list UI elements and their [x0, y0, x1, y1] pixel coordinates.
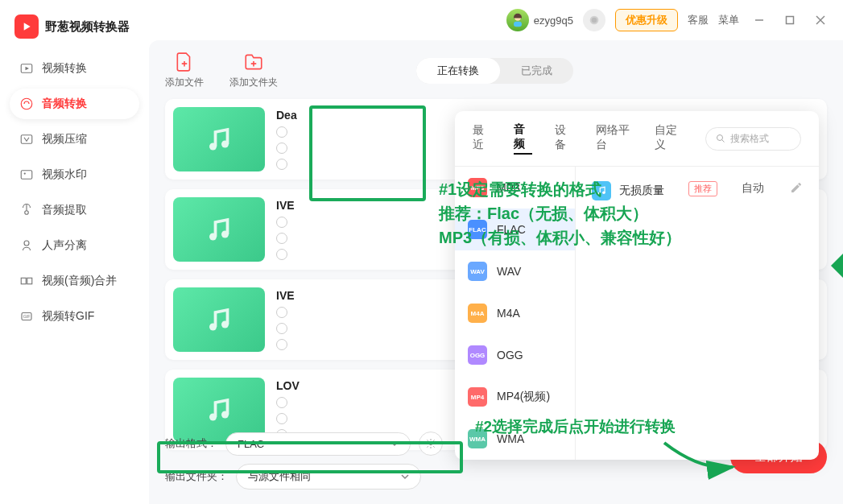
format-icon: WAV — [468, 262, 487, 281]
svg-point-28 — [221, 231, 229, 238]
output-folder-select[interactable]: 与源文件相同 — [236, 464, 421, 490]
app-title: 野葱视频转换器 — [45, 19, 130, 35]
output-format-label: 输出格式： — [165, 436, 217, 451]
recommend-badge: 推荐 — [688, 181, 717, 196]
nav-icon — [19, 238, 34, 253]
add-folder-button[interactable]: 添加文件夹 — [229, 52, 278, 89]
minimize-button[interactable] — [749, 10, 770, 31]
output-settings-button[interactable] — [419, 432, 443, 456]
nav-icon — [19, 274, 34, 288]
nav-icon — [19, 167, 34, 182]
info-icon — [276, 397, 287, 408]
file-add-icon — [174, 52, 195, 72]
svg-point-25 — [209, 143, 217, 151]
tab-done[interactable]: 已完成 — [500, 58, 573, 84]
info-icon — [276, 159, 287, 170]
username: ezyg9q5 — [534, 14, 573, 27]
popup-tab-custom[interactable]: 自定义 — [655, 123, 682, 154]
sidebar-item-0[interactable]: 视频转换 — [10, 53, 139, 84]
svg-point-14 — [24, 172, 26, 174]
popup-tab-recent[interactable]: 最近 — [473, 123, 491, 154]
svg-line-35 — [721, 140, 724, 143]
edit-quality-button[interactable] — [790, 181, 803, 197]
support-link[interactable]: 客服 — [688, 13, 709, 27]
menu-link[interactable]: 菜单 — [718, 13, 739, 27]
user-badge[interactable]: ezyg9q5 — [506, 9, 573, 31]
svg-point-15 — [25, 211, 29, 215]
output-folder-label: 输出文件夹： — [165, 469, 228, 484]
add-file-button[interactable]: 添加文件 — [165, 52, 204, 89]
app-logo-icon — [14, 14, 39, 39]
annotation-text-2: #2选择完成后点开始进行转换 — [475, 415, 676, 439]
popup-tab-web[interactable]: 网络平台 — [596, 123, 633, 154]
sidebar-item-1[interactable]: 音频转换 — [10, 89, 139, 119]
gear-icon — [425, 438, 436, 449]
info-icon — [276, 323, 287, 334]
file-thumbnail — [173, 287, 265, 352]
file-thumbnail — [173, 197, 265, 262]
annotation-text-1: #1设定需要转换的格式推荐：Flac（无损、体积大）MP3（有损、体积小、兼容性… — [439, 177, 681, 250]
svg-point-34 — [717, 135, 722, 141]
sidebar-item-7[interactable]: GIF视频转GIF — [10, 301, 139, 332]
format-option-m4a[interactable]: M4AM4A — [455, 292, 575, 334]
annotation-arrow — [660, 435, 741, 478]
svg-rect-13 — [21, 171, 32, 180]
popup-tab-device[interactable]: 设备 — [555, 123, 573, 154]
sidebar-item-4[interactable]: 音频提取 — [10, 195, 139, 225]
svg-point-16 — [24, 241, 29, 246]
popup-tab-audio[interactable]: 音频 — [514, 122, 532, 155]
svg-point-27 — [209, 233, 217, 241]
info-icon — [276, 339, 287, 350]
svg-rect-17 — [21, 278, 26, 284]
svg-text:GIF: GIF — [23, 314, 31, 319]
svg-marker-8 — [24, 23, 31, 30]
svg-point-32 — [221, 411, 229, 419]
folder-add-icon — [243, 52, 264, 72]
format-option-ogg[interactable]: OGGOGG — [455, 334, 575, 376]
file-thumbnail — [173, 107, 265, 171]
info-icon — [276, 307, 287, 318]
info-icon — [276, 217, 287, 228]
sidebar-item-2[interactable]: 视频压缩 — [10, 124, 139, 155]
info-icon — [276, 143, 287, 154]
svg-point-3 — [592, 18, 597, 23]
format-icon: OGG — [468, 345, 487, 365]
nav-icon: GIF — [19, 309, 34, 324]
svg-point-31 — [209, 414, 217, 421]
format-icon: MP4 — [468, 387, 487, 407]
format-popup: 最近 音频 设备 网络平台 自定义 搜索格式 MP3MP3FLACFLACWAV… — [455, 111, 819, 460]
svg-point-11 — [21, 98, 32, 109]
svg-point-33 — [429, 442, 432, 445]
maximize-button[interactable] — [779, 10, 800, 31]
info-icon — [276, 126, 287, 138]
chevron-down-icon — [391, 440, 399, 448]
search-icon — [716, 134, 725, 143]
format-option-wav[interactable]: WAVWAV — [455, 250, 575, 292]
upgrade-button[interactable]: 优惠升级 — [615, 9, 678, 31]
svg-point-29 — [209, 324, 217, 331]
chevron-down-icon — [401, 473, 409, 481]
nav-icon — [19, 61, 34, 76]
svg-rect-18 — [27, 278, 32, 284]
svg-marker-10 — [26, 67, 30, 71]
sidebar-item-6[interactable]: 视频(音频)合并 — [10, 266, 139, 296]
format-icon: M4A — [468, 304, 487, 323]
svg-rect-1 — [514, 22, 522, 27]
nav-icon — [19, 203, 34, 217]
annotation-arrow-side — [827, 254, 843, 281]
svg-point-26 — [221, 141, 229, 148]
sidebar-item-5[interactable]: 人声分离 — [10, 230, 139, 261]
avatar — [506, 9, 529, 31]
quality-auto[interactable]: 自动 — [742, 181, 764, 196]
sidebar-item-3[interactable]: 视频水印 — [10, 159, 139, 190]
close-button[interactable] — [810, 10, 831, 31]
tab-converting[interactable]: 正在转换 — [416, 58, 500, 84]
medal-icon — [583, 9, 605, 31]
output-format-select[interactable]: FLAC — [225, 432, 411, 456]
svg-point-30 — [221, 321, 229, 328]
format-search-input[interactable]: 搜索格式 — [705, 127, 801, 151]
nav-icon — [19, 132, 34, 147]
info-icon — [276, 249, 287, 260]
info-icon — [276, 233, 287, 244]
format-option-mp4[interactable]: MP4MP4(视频) — [455, 376, 575, 418]
